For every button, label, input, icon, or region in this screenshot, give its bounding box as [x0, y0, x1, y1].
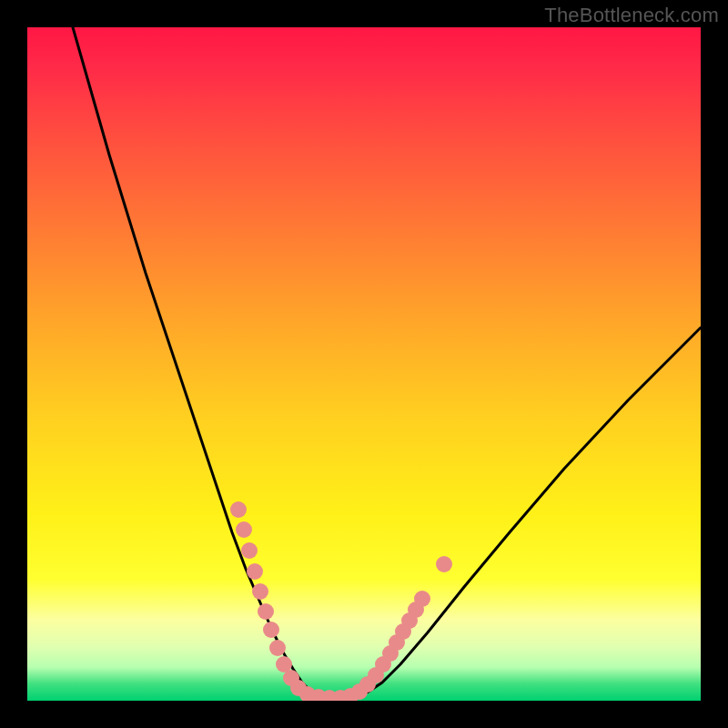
pink-dot	[263, 622, 279, 638]
pink-dots-group	[230, 501, 452, 701]
pink-dot	[252, 583, 268, 600]
pink-dot	[241, 542, 258, 559]
pink-dot	[414, 591, 430, 607]
plot-area	[27, 27, 701, 701]
pink-dot	[269, 640, 286, 656]
pink-dot	[247, 563, 263, 580]
chart-svg	[27, 27, 701, 701]
pink-dot	[230, 501, 247, 518]
pink-dot	[236, 521, 252, 538]
black-curve	[73, 27, 701, 698]
pink-dot	[436, 556, 452, 572]
watermark-text: TheBottleneck.com	[544, 4, 719, 27]
chart-frame: TheBottleneck.com	[0, 0, 728, 728]
pink-dot	[258, 603, 274, 620]
